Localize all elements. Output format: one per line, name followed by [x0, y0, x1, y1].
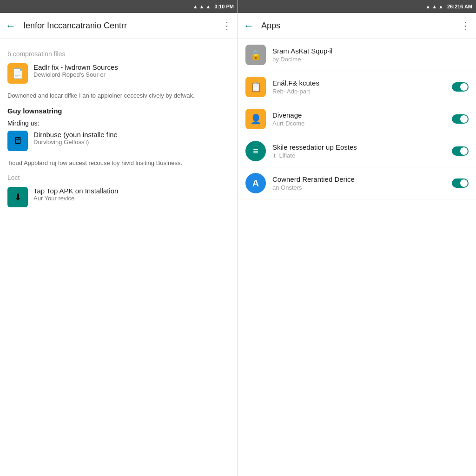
left-panel: ▲ ▲ ▲ 3:10 PM ← Ienfor Inccancatranio Ce… [0, 0, 238, 476]
toolbar-left: ← Ienfor Inccancatranio Centrr ⋮ [0, 13, 238, 39]
status-icons-right: ▲ ▲ ▲ [425, 4, 443, 9]
status-bar-left: ▲ ▲ ▲ 3:10 PM [0, 0, 238, 13]
section-header-3: Loct [7, 174, 230, 181]
app-icon-doc: 📄 [7, 63, 28, 84]
time-right: 26:216 AM [447, 4, 472, 9]
toggle-2[interactable] [452, 114, 469, 124]
app-icon-download: ⬇ [7, 187, 28, 207]
app-sub-2: Durvloving Geffoss'i) [33, 139, 118, 145]
list-item[interactable]: 🖥 Dirnbuse (youn installe fine Durvlovin… [7, 131, 230, 151]
app-info-3: Skile ressedatior up Eostesit- Liflate [272, 143, 445, 159]
back-button-right[interactable]: ← [244, 20, 254, 32]
app-sub-1: Dewiolord Roped's Sour·or [33, 71, 118, 78]
app-info-0: Sram AsKat Squp·ilby Doclme [272, 47, 469, 63]
toggle-4[interactable] [452, 178, 469, 188]
list-item[interactable]: 📄 Eadlr fix - lwdrown Sources Dewiolord … [7, 63, 230, 84]
list-item[interactable]: ⬇ Tap Top APK on Installation Aur Your r… [7, 187, 230, 207]
app-name-3: Skile ressedatior up Eostes [272, 143, 445, 151]
desc-2: Tioud Appblard ruj fow aucest recouse to… [7, 159, 230, 168]
app-icon-0: 🔒 [245, 45, 266, 65]
app-icon-4: A [245, 173, 266, 193]
app-sub-4: an Onsters [272, 184, 445, 191]
app-sub-2: Aurt-Dcome [272, 120, 445, 127]
toggle-1[interactable] [452, 82, 469, 92]
app-text-2: Dirnbuse (youn installe fine Durvloving … [33, 131, 118, 145]
back-button-left[interactable]: ← [6, 20, 16, 32]
app-name-3: Tap Top APK on Installation [33, 187, 118, 195]
more-menu-left[interactable]: ⋮ [222, 20, 232, 32]
app-sub-1: Reb- Ado-part [272, 88, 445, 95]
list-item[interactable]: 🔒Sram AsKat Squp·ilby Doclme [238, 39, 476, 71]
status-icons-left: ▲ ▲ ▲ [193, 4, 211, 9]
list-item[interactable]: 👤DivenageAurt-Dcome [238, 103, 476, 135]
toolbar-right: ← Apps ⋮ [238, 13, 476, 39]
group-title-2: Guy lownsatring [7, 107, 230, 115]
sub-group-title-2: Mirding us: [7, 119, 230, 127]
app-text-1: Eadlr fix - lwdrown Sources Dewiolord Ro… [33, 63, 118, 78]
app-name-2: Divenage [272, 111, 445, 119]
list-item[interactable]: ≡Skile ressedatior up Eostesit- Liflate [238, 135, 476, 167]
page-title-left: Ienfor Inccancatranio Centrr [23, 21, 216, 31]
content-left: b.comprosation files 📄 Eadlr fix - lwdro… [0, 39, 238, 476]
app-sub-3: it- Liflate [272, 152, 445, 159]
page-title-right: Apps [261, 21, 455, 31]
list-item[interactable]: ACownerd Rerantied Dericean Onsters [238, 167, 476, 199]
app-info-1: Enál.F& kcutesReb- Ado-part [272, 79, 445, 95]
status-bar-right: ▲ ▲ ▲ 26:216 AM [238, 0, 476, 13]
toggle-3[interactable] [452, 146, 469, 156]
desc-1: Downoned and locar difke I an to apploin… [7, 91, 230, 100]
section-header-1: b.comprosation files [7, 50, 230, 58]
app-info-2: DivenageAurt-Dcome [272, 111, 445, 127]
app-sub-3: Aur Your revice [33, 195, 118, 202]
more-menu-right[interactable]: ⋮ [460, 20, 470, 32]
app-icon-2: 👤 [245, 109, 266, 129]
app-icon-device: 🖥 [7, 131, 28, 151]
app-name-1: Eadlr fix - lwdrown Sources [33, 63, 118, 71]
time-left: 3:10 PM [214, 4, 234, 9]
app-text-3: Tap Top APK on Installation Aur Your rev… [33, 187, 118, 202]
app-info-4: Cownerd Rerantied Dericean Onsters [272, 175, 445, 191]
right-panel: ▲ ▲ ▲ 26:216 AM ← Apps ⋮ 🔒Sram AsKat Squ… [238, 0, 476, 476]
app-name-2: Dirnbuse (youn installe fine [33, 131, 118, 139]
app-icon-1: 📋 [245, 77, 266, 97]
app-icon-3: ≡ [245, 141, 266, 161]
apps-list: 🔒Sram AsKat Squp·ilby Doclme📋Enál.F& kcu… [238, 39, 476, 476]
list-item[interactable]: 📋Enál.F& kcutesReb- Ado-part [238, 71, 476, 103]
app-name-4: Cownerd Rerantied Derice [272, 175, 445, 183]
app-sub-0: by Doclme [272, 56, 469, 63]
app-name-1: Enál.F& kcutes [272, 79, 445, 87]
app-name-0: Sram AsKat Squp·il [272, 47, 469, 55]
